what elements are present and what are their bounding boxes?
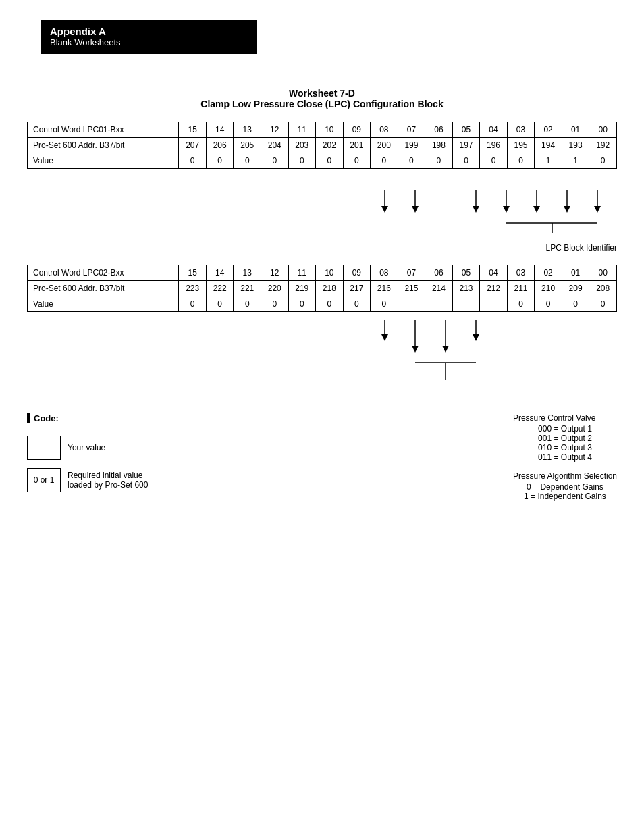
table2-bit-03: 03	[507, 265, 535, 281]
lpc-block-identifier-label: LPC Block Identifier	[0, 243, 617, 253]
table2-bit-00: 00	[589, 265, 617, 281]
table1-value-7: 0	[371, 153, 398, 169]
table1-value-11: 0	[480, 153, 508, 169]
svg-marker-11	[564, 206, 570, 213]
table1-value-9: 0	[425, 153, 453, 169]
table2-value-15: 0	[589, 296, 617, 312]
pcv-line1: 000 = Output 1	[513, 424, 617, 434]
pa-line2: 1 = Independent Gains	[513, 492, 617, 501]
table2-addr-1: 222	[206, 281, 234, 296]
initial-value-desc: Required initial valueloaded by Pro-Set …	[68, 471, 148, 490]
code-label: Code:	[27, 413, 148, 423]
table1-bit-15: 15	[179, 122, 207, 138]
table1-addr-11: 196	[480, 138, 508, 153]
table1-value-2: 0	[234, 153, 261, 169]
table1-bit-08: 08	[371, 122, 398, 138]
table1-bit-00: 00	[589, 122, 617, 138]
table2-addr-9: 214	[425, 281, 453, 296]
diagram1-area	[27, 189, 617, 243]
table2-section: Control Word LPC02-Bxx151413121110090807…	[27, 265, 617, 312]
table2-bit-07: 07	[398, 265, 425, 281]
table2-value-7: 0	[371, 296, 398, 312]
table1-addr-14: 193	[562, 138, 589, 153]
svg-marker-9	[533, 206, 540, 213]
table2-value-14: 0	[562, 296, 589, 312]
table1-value-10: 0	[452, 153, 480, 169]
table2-bit-08: 08	[371, 265, 398, 281]
code-row-blank: Your value	[27, 436, 148, 460]
pressure-control-valve-block: Pressure Control Valve 000 = Output 1 00…	[513, 413, 617, 462]
table2-value-8	[398, 296, 425, 312]
initial-value-box: 0 or 1	[27, 468, 61, 492]
svg-marker-7	[503, 206, 510, 213]
table2-bit-10: 10	[316, 265, 344, 281]
worksheet-title-block: Worksheet 7-D Clamp Low Pressure Close (…	[0, 88, 644, 109]
right-annotations: Pressure Control Valve 000 = Output 1 00…	[473, 413, 617, 511]
table1-addr-13: 194	[535, 138, 562, 153]
table2-addr-10: 213	[452, 281, 480, 296]
table1-addr-5: 202	[316, 138, 344, 153]
svg-marker-3	[412, 206, 419, 213]
table1-addr-3: 204	[261, 138, 288, 153]
table1-bit-10: 10	[316, 122, 344, 138]
table1-value-3: 0	[261, 153, 288, 169]
table1-bit-12: 12	[261, 122, 288, 138]
svg-marker-17	[381, 334, 388, 341]
worksheet-description: Clamp Low Pressure Close (LPC) Configura…	[0, 99, 644, 109]
table2-value-0: 0	[179, 296, 207, 312]
table1-bit-02: 02	[535, 122, 562, 138]
table2-value-12: 0	[507, 296, 535, 312]
table1-bit-09: 09	[343, 122, 371, 138]
diagram2-area	[27, 319, 617, 400]
table1-value-5: 0	[316, 153, 344, 169]
pressure-algorithm-block: Pressure Algorithm Selection 0 = Depende…	[513, 471, 617, 501]
table2-addr-14: 209	[562, 281, 589, 296]
svg-marker-5	[473, 206, 479, 213]
table2-value-4: 0	[288, 296, 316, 312]
table2-bit-09: 09	[343, 265, 371, 281]
table2-addr-15: 208	[589, 281, 617, 296]
table1-value-4: 0	[288, 153, 316, 169]
pressure-control-valve-title: Pressure Control Valve	[513, 413, 617, 423]
svg-marker-23	[473, 334, 479, 341]
table1-addr-8: 199	[398, 138, 425, 153]
table1-bit-07: 07	[398, 122, 425, 138]
svg-marker-1	[381, 206, 388, 213]
table1-value-0: 0	[179, 153, 207, 169]
table2-addr-5: 218	[316, 281, 344, 296]
svg-marker-19	[412, 346, 419, 353]
table2-value-5: 0	[316, 296, 344, 312]
table1-addr-9: 198	[425, 138, 453, 153]
pcv-line4: 011 = Output 4	[513, 452, 617, 462]
appendix-header: Appendix A Blank Worksheets	[41, 20, 257, 54]
table2-value-11	[480, 296, 508, 312]
pressure-algorithm-lines: 0 = Dependent Gains 1 = Independent Gain…	[513, 482, 617, 501]
table1-value-13: 1	[535, 153, 562, 169]
table1-value-label: Value	[28, 153, 179, 169]
worksheet-name: Worksheet 7-D	[0, 88, 644, 99]
table2-addr-7: 216	[371, 281, 398, 296]
table2-value-3: 0	[261, 296, 288, 312]
table2-bit-04: 04	[480, 265, 508, 281]
table1-label: Control Word LPC01-Bxx	[28, 122, 179, 138]
table1-addr-4: 203	[288, 138, 316, 153]
table2-addr-0: 223	[179, 281, 207, 296]
table2-addr-6: 217	[343, 281, 371, 296]
blank-value-box	[27, 436, 61, 460]
code-section: Code: Your value 0 or 1 Required initial…	[27, 413, 148, 492]
table1-section: Control Word LPC01-Bxx151413121110090807…	[27, 122, 617, 169]
table1-bit-13: 13	[234, 122, 261, 138]
table2-addr-13: 210	[535, 281, 562, 296]
table1-addr-1: 206	[206, 138, 234, 153]
pcv-line2: 001 = Output 2	[513, 434, 617, 443]
table2-value-2: 0	[234, 296, 261, 312]
pressure-control-valve-lines: 000 = Output 1 001 = Output 2 010 = Outp…	[513, 424, 617, 462]
pcv-line3: 010 = Output 3	[513, 443, 617, 452]
table2-value-13: 0	[535, 296, 562, 312]
table2-label: Control Word LPC02-Bxx	[28, 265, 179, 281]
table2-addr-8: 215	[398, 281, 425, 296]
table1-addr-0: 207	[179, 138, 207, 153]
svg-marker-21	[442, 346, 449, 353]
table2-bit-02: 02	[535, 265, 562, 281]
table2-bit-06: 06	[425, 265, 453, 281]
